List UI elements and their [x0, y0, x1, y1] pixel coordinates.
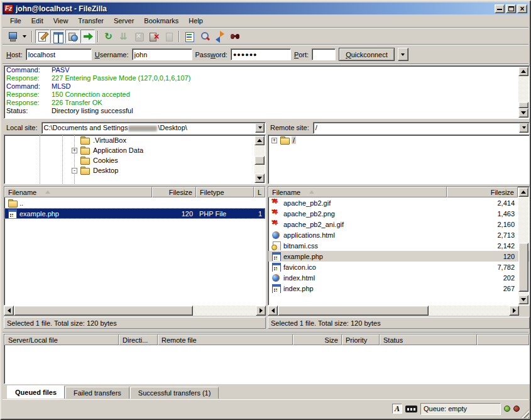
speed-limit-icon[interactable]	[405, 406, 417, 412]
scroll-thumb[interactable]	[278, 306, 429, 316]
host-input[interactable]	[26, 48, 92, 60]
menu-view[interactable]: View	[48, 16, 74, 26]
scroll-thumb[interactable]	[255, 156, 265, 165]
column-header-filename[interactable]: Filename	[4, 187, 152, 197]
scroll-left-button[interactable]	[268, 306, 278, 316]
remote-file-row-example-php[interactable]: example.php 120	[268, 251, 529, 262]
remote-file-row[interactable]: applications.html 2,713	[268, 229, 529, 240]
menu-transfer[interactable]: Transfer	[73, 16, 109, 26]
refresh-button[interactable]: ↻	[101, 30, 116, 43]
column-header-filename[interactable]: Filename	[268, 187, 447, 197]
scroll-right-button[interactable]	[509, 306, 519, 316]
remote-file-row[interactable]: favicon.ico 7,782	[268, 262, 529, 272]
remote-file-row[interactable]: apache_pb2.png 1,463	[268, 208, 529, 219]
local-site-dropdown-button[interactable]	[255, 123, 265, 133]
toggle-remote-tree-button[interactable]	[65, 30, 80, 43]
local-directory-tree[interactable]: .VirtualBox + Application Data Cookies -…	[4, 135, 266, 184]
expand-plus-icon[interactable]: +	[271, 138, 277, 143]
reconnect-button[interactable]	[161, 30, 176, 43]
process-queue-button[interactable]: ⇊	[116, 30, 131, 43]
tab-successful-transfers[interactable]: Successful transfers (1)	[130, 387, 219, 399]
remote-file-list[interactable]: Filename Filesize apache_pb2.gif 2,414 a…	[268, 186, 530, 306]
scroll-thumb[interactable]	[14, 306, 193, 316]
quickconnect-dropdown-button[interactable]	[398, 48, 408, 61]
scroll-down-button[interactable]	[255, 174, 265, 183]
column-header-status[interactable]: Status	[380, 334, 477, 345]
scroll-down-button[interactable]	[518, 108, 528, 118]
site-manager-dropdown-button[interactable]	[20, 30, 29, 43]
scroll-up-button[interactable]	[518, 67, 528, 76]
tree-item-desktop[interactable]: - Desktop	[4, 165, 265, 175]
username-input[interactable]	[132, 48, 192, 60]
column-header-direction[interactable]: Directi...	[119, 334, 158, 345]
ascii-data-type-icon[interactable]: A	[392, 404, 402, 414]
tree-item-virtualbox[interactable]: .VirtualBox	[4, 135, 265, 145]
local-tree-scrollbar[interactable]	[255, 136, 265, 183]
local-file-list[interactable]: Filename Filesize Filetype L .. example.…	[4, 186, 266, 306]
close-button[interactable]: ×	[517, 4, 527, 13]
synchronized-browsing-button[interactable]	[212, 30, 227, 43]
quickconnect-button[interactable]: Quickconnect	[339, 48, 395, 61]
directory-filters-button[interactable]	[182, 30, 197, 43]
remote-directory-tree[interactable]: + /	[268, 135, 530, 184]
local-path: C:\Documents and Settings\Desktop\	[44, 124, 187, 131]
find-files-button[interactable]	[227, 30, 242, 43]
sort-asc-icon	[45, 191, 50, 194]
remote-site-combobox[interactable]: /	[313, 122, 530, 134]
password-label: Password:	[195, 51, 227, 58]
remote-horizontal-scrollbar[interactable]	[268, 306, 519, 316]
column-header-priority[interactable]: Priority	[342, 334, 380, 345]
remote-list-scrollbar[interactable]	[518, 187, 528, 304]
port-input[interactable]	[312, 48, 336, 60]
scroll-thumb[interactable]	[518, 102, 528, 108]
message-log: Command:PASV Response:227 Entering Passi…	[4, 65, 530, 119]
directory-comparison-button[interactable]	[197, 30, 212, 43]
column-header-size[interactable]: Size	[293, 334, 342, 345]
scroll-right-button[interactable]	[256, 306, 266, 316]
tab-queued-files[interactable]: Queued files	[7, 385, 65, 399]
column-header-filesize[interactable]: Filesize	[447, 187, 518, 197]
column-header-lastmodified[interactable]: L	[254, 187, 265, 197]
scroll-down-button[interactable]	[518, 295, 528, 304]
menu-bookmarks[interactable]: Bookmarks	[139, 16, 183, 26]
cancel-operation-button[interactable]	[131, 30, 146, 43]
tree-item-cookies[interactable]: Cookies	[4, 155, 265, 165]
menu-help[interactable]: Help	[183, 16, 208, 26]
remote-file-row[interactable]: bitnami.css 2,142	[268, 240, 529, 251]
local-file-row-parent[interactable]: ..	[4, 197, 265, 208]
apache-feather-icon	[271, 199, 282, 207]
tree-item-root[interactable]: + /	[268, 135, 529, 145]
column-header-filesize[interactable]: Filesize	[152, 187, 196, 197]
local-horizontal-scrollbar[interactable]	[4, 306, 266, 316]
tree-item-application-data[interactable]: + Application Data	[4, 145, 265, 155]
column-header-remote-file[interactable]: Remote file	[158, 334, 293, 345]
maximize-button[interactable]	[506, 4, 516, 13]
scroll-thumb[interactable]	[518, 243, 528, 292]
column-header-server-local-file[interactable]: Server/Local file	[4, 334, 119, 345]
toggle-local-tree-button[interactable]	[50, 30, 65, 43]
tab-failed-transfers[interactable]: Failed transfers	[65, 387, 129, 399]
scroll-up-button[interactable]	[255, 136, 265, 145]
menu-file[interactable]: File	[5, 16, 26, 26]
collapse-minus-icon[interactable]: -	[72, 168, 77, 174]
expand-plus-icon[interactable]: +	[72, 148, 77, 153]
disconnect-button[interactable]	[146, 30, 161, 43]
password-input[interactable]	[231, 48, 291, 60]
remote-file-row[interactable]: apache_pb2_ani.gif 2,160	[268, 219, 529, 229]
site-manager-button[interactable]	[5, 30, 19, 43]
remote-file-row[interactable]: index.html 202	[268, 272, 529, 283]
local-file-row-example-php[interactable]: example.php 120 PHP File 1	[4, 208, 265, 219]
menu-edit[interactable]: Edit	[26, 16, 48, 26]
remote-file-row[interactable]: index.php 267	[268, 283, 529, 294]
scroll-left-button[interactable]	[4, 306, 14, 316]
remote-file-row[interactable]: apache_pb2.gif 2,414	[268, 197, 529, 208]
scroll-up-button[interactable]	[518, 187, 528, 197]
column-header-filetype[interactable]: Filetype	[196, 187, 254, 197]
toggle-message-log-button[interactable]	[35, 30, 50, 43]
minimize-button[interactable]	[495, 4, 505, 13]
local-site-combobox[interactable]: C:\Documents and Settings\Desktop\	[41, 122, 266, 134]
toggle-queue-button[interactable]	[80, 30, 95, 43]
menu-server[interactable]: Server	[109, 16, 139, 26]
log-scrollbar[interactable]	[518, 67, 528, 118]
remote-site-dropdown-button[interactable]	[519, 123, 528, 133]
